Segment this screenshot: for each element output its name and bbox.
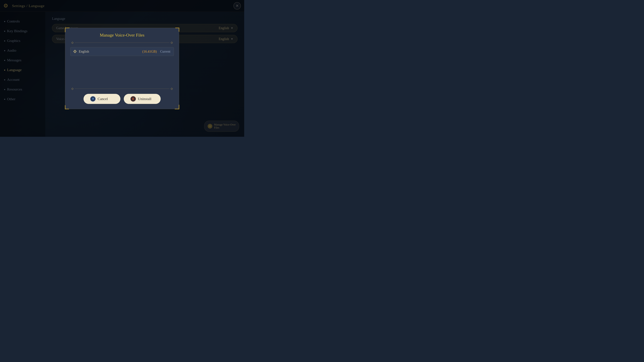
voice-item-status: Current xyxy=(157,50,170,53)
corner-decoration-bl xyxy=(65,105,69,109)
divider-diamond-left xyxy=(71,41,74,44)
modal-title: Manage Voice-Over Files xyxy=(65,28,179,41)
voice-item-size: (16.41GB) xyxy=(142,50,157,53)
corner-decoration-tr xyxy=(175,28,179,32)
top-divider xyxy=(65,42,179,43)
divider-line xyxy=(75,89,170,89)
cancel-label: Cancel xyxy=(98,97,108,101)
voice-item-name: English xyxy=(79,50,142,53)
bottom-divider xyxy=(65,88,179,90)
divider-line xyxy=(75,42,170,43)
voice-file-item[interactable]: English (16.41GB) Current xyxy=(70,47,174,56)
cancel-button[interactable]: ✕ Cancel xyxy=(84,94,120,104)
divider-diamond-right xyxy=(170,87,173,90)
trash-icon: 🗑 xyxy=(130,96,136,102)
voice-list-empty-space xyxy=(70,58,174,84)
uninstall-button[interactable]: 🗑 Uninstall xyxy=(124,94,161,104)
uninstall-label: Uninstall xyxy=(138,97,152,101)
modal-overlay: Manage Voice-Over Files English (16.41GB… xyxy=(0,0,244,137)
cancel-icon: ✕ xyxy=(90,96,96,102)
voice-file-list: English (16.41GB) Current xyxy=(65,44,179,87)
manage-voiceover-modal: Manage Voice-Over Files English (16.41GB… xyxy=(65,28,179,109)
modal-buttons: ✕ Cancel 🗑 Uninstall xyxy=(65,90,179,109)
divider-diamond-left xyxy=(71,87,74,90)
diamond-icon xyxy=(73,50,77,53)
divider-diamond-right xyxy=(170,41,173,44)
